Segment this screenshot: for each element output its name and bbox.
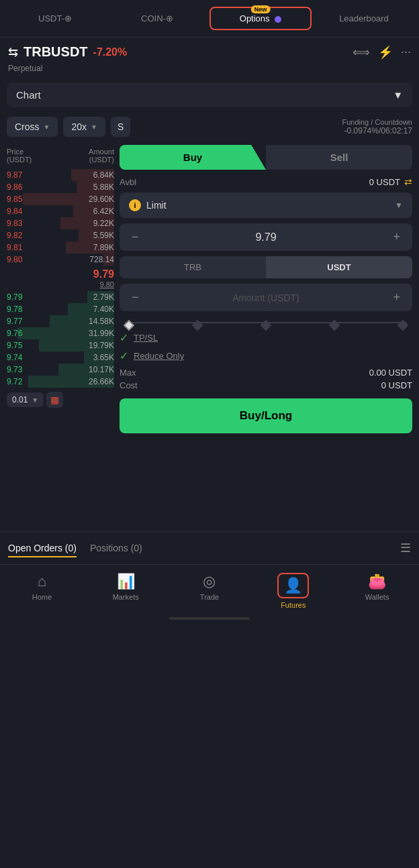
slider-point-50[interactable] [261,320,272,331]
new-badge: New [251,5,271,13]
swap-icon[interactable]: ⇆ [8,45,18,60]
tp-sl-label: TP/SL [134,333,158,343]
transfer-icon[interactable]: ⇄ [404,176,412,187]
tab-leaderboard-label: Leaderboard [339,13,389,23]
tab-coin-label: COIN-⊕ [141,13,173,23]
options-dot [275,16,281,23]
slider-point-0[interactable] [124,320,135,331]
nav-home[interactable]: Home [0,570,84,612]
s-badge[interactable]: S [111,117,130,137]
amount-minus-btn[interactable]: − [129,290,142,305]
buy-order-row[interactable]: 9.78 7.40K [7,303,114,315]
more-icon[interactable]: ··· [401,45,411,59]
pair-name[interactable]: TRBUSDT [24,44,88,60]
max-cost-value: 0.00 USDT [369,368,412,378]
slider-point-100[interactable] [398,320,409,331]
tick-size-selector[interactable]: 0.01 ▼ [7,392,44,407]
order-type-left: i Limit [129,199,167,211]
tab-usdt[interactable]: USDT-⊕ [5,8,105,29]
chart-label: Chart [16,89,41,101]
buy-order-row[interactable]: 9.77 14.58K [7,315,114,327]
current-price-row: 9.79 9.80 [7,266,114,291]
trb-tab[interactable]: TRB [120,256,266,278]
sell-tab[interactable]: Sell [266,145,412,170]
buy-order-row[interactable]: 9.79 2.79K [7,291,114,303]
order-type-arrow-icon: ▼ [395,201,403,210]
orders-list-icon[interactable]: ☰ [400,541,411,555]
futures-icon-wrap [277,573,309,598]
leverage-slider[interactable] [120,319,412,331]
buy-orders: 9.79 2.79K 9.78 7.40K 9.77 14.58K 9.76 3… [7,291,114,388]
wallets-icon [368,573,386,590]
max-cost-label: Max [120,368,136,378]
perpetual-label: Perpetual [0,62,419,78]
slider-point-25[interactable] [192,320,203,331]
nav-futures[interactable]: Futures [251,570,335,612]
sell-order-row[interactable]: 9.86 5.88K [7,181,114,193]
funding-info: Funding / Countdown -0.0974%/06:02:17 [342,118,412,135]
buy-order-row[interactable]: 9.74 3.65K [7,351,114,364]
amount-plus-btn[interactable]: + [390,290,403,305]
order-type-selector[interactable]: i Limit ▼ [120,193,412,218]
price-input-row: − 9.79 + [120,223,412,251]
buy-tab[interactable]: Buy [120,145,266,170]
open-orders-tab[interactable]: Open Orders (0) [8,540,77,556]
tab-options[interactable]: New Options [209,7,312,30]
max-cost-row: Max 0.00 USDT [120,368,412,378]
mark-price: 9.80 [7,280,114,288]
nav-wallets[interactable]: Wallets [335,570,419,612]
price-plus-btn[interactable]: + [390,230,403,244]
cross-label: Cross [15,121,40,132]
reduce-only-row[interactable]: ✓ Reduce Only [120,349,412,362]
order-type-label: Limit [146,200,167,211]
sell-order-row[interactable]: 9.81 7.89K [7,241,114,254]
info-icon: i [129,199,141,211]
current-price: 9.79 [7,268,114,280]
chart-toggle-icon[interactable]: ⟺ [353,45,370,60]
sell-order-row[interactable]: 9.83 9.22K [7,217,114,229]
amount-input[interactable]: Amount (USDT) [232,292,299,303]
top-tabs: USDT-⊕ COIN-⊕ New Options Leaderboard [0,0,419,38]
buy-order-row[interactable]: 9.75 19.79K [7,339,114,351]
nav-trade[interactable]: Trade [168,570,252,612]
buy-order-row[interactable]: 9.72 26.66K [7,376,114,388]
tab-usdt-label: USDT-⊕ [38,13,72,23]
slider-point-75[interactable] [329,320,340,331]
cross-selector[interactable]: Cross ▼ [7,117,58,137]
ob-header: Price(USDT) Amount(USDT) [7,145,114,166]
futures-icon [284,577,302,594]
order-book: Price(USDT) Amount(USDT) 9.87 6.84K 9.86… [7,145,114,529]
reduce-only-label: Reduce Only [134,351,184,361]
tp-sl-row[interactable]: ✓ TP/SL [120,331,412,344]
sell-order-row[interactable]: 9.85 29.60K [7,193,114,205]
price-input[interactable]: 9.79 [255,231,276,243]
sell-order-row[interactable]: 9.80 728.14 [7,254,114,266]
ob-amount-header: Amount(USDT) [89,148,114,164]
chart-dropdown[interactable]: Chart ▼ [7,83,412,107]
tab-leaderboard[interactable]: Leaderboard [314,8,414,29]
grid-view-btn[interactable]: ▦ [46,392,63,408]
nav-markets[interactable]: Markets [84,570,168,612]
avbl-value: 0 USDT ⇄ [369,176,412,187]
reduce-only-check-icon: ✓ [120,349,128,362]
price-minus-btn[interactable]: − [129,230,142,244]
sell-order-row[interactable]: 9.84 6.42K [7,205,114,217]
buy-long-button[interactable]: Buy/Long [120,398,412,433]
slider-diamonds [125,321,407,329]
buy-order-row[interactable]: 9.76 31.99K [7,327,114,339]
nav-markets-label: Markets [113,593,139,601]
positions-tab[interactable]: Positions (0) [90,540,142,556]
settings-icon[interactable]: ⚡ [378,45,393,60]
avbl-label: Avbl [120,177,136,187]
usdt-tab[interactable]: USDT [266,256,412,278]
leverage-selector[interactable]: 20x ▼ [63,117,105,137]
trade-icon [203,573,216,590]
bottom-orders: Open Orders (0) Positions (0) ☰ [0,531,419,556]
header-left: ⇆ TRBUSDT -7.20% [8,44,127,60]
buy-order-row[interactable]: 9.73 10.17K [7,364,114,376]
tab-coin[interactable]: COIN-⊕ [107,8,207,29]
coin-usdt-tabs: TRB USDT [120,256,412,278]
sell-order-row[interactable]: 9.87 6.84K [7,169,114,181]
sell-order-row[interactable]: 9.82 5.59K [7,229,114,241]
buy-sell-tabs: Buy Sell [120,145,412,170]
